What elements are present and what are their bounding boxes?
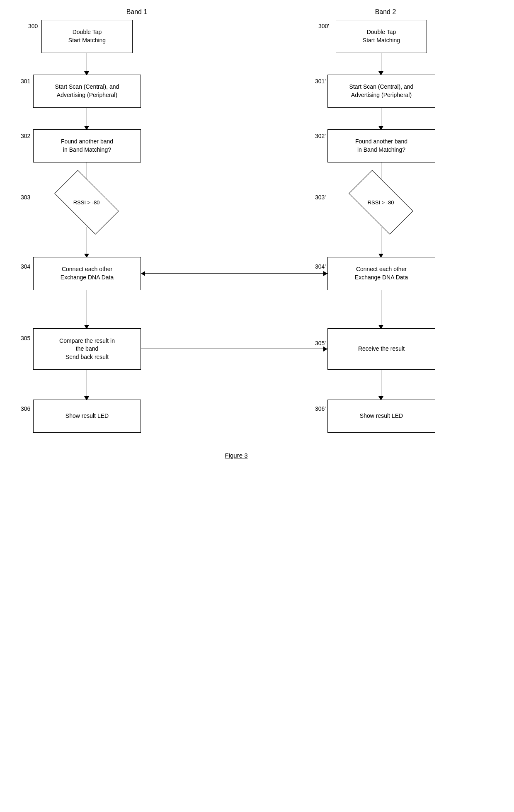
box-301: Start Scan (Central), andAdvertising (Pe…	[33, 75, 141, 108]
box-300: Double TapStart Matching	[41, 20, 133, 53]
arrow-304-304p	[145, 273, 327, 274]
label-300p: 300'	[318, 23, 329, 29]
diamond-303: RSSI > -80	[54, 170, 119, 235]
box-300p: Double TapStart Matching	[336, 20, 427, 53]
box-304-text: Connect each otherExchange DNA Data	[61, 265, 114, 281]
box-302p-text: Found another bandin Band Matching?	[355, 138, 407, 154]
arrowhead-305-305p	[323, 347, 327, 351]
arrow-305-305p	[141, 349, 327, 349]
arrow-305-306	[87, 370, 87, 399]
label-303: 303	[21, 194, 30, 201]
box-300-text: Double TapStart Matching	[68, 28, 106, 44]
label-304: 304	[21, 263, 30, 270]
arrow-301-302	[87, 108, 87, 128]
arrow-300p-301p	[381, 53, 381, 74]
arrow-301p-302p	[381, 108, 381, 128]
box-304p-text: Connect each otherExchange DNA Data	[355, 265, 408, 281]
box-305p-text: Receive the result	[358, 345, 405, 353]
arrow-304-305	[87, 290, 87, 327]
diamond-303-text: RSSI > -80	[73, 199, 100, 205]
box-305p: Receive the result	[327, 328, 435, 370]
arrow-303-304	[87, 227, 87, 256]
arrowhead-304-right	[323, 271, 327, 276]
box-301-text: Start Scan (Central), andAdvertising (Pe…	[55, 83, 119, 99]
box-302p: Found another bandin Band Matching?	[327, 129, 435, 162]
label-301: 301	[21, 78, 30, 85]
label-305p: 305'	[315, 340, 326, 347]
label-302p: 302'	[315, 133, 326, 139]
label-306p: 306'	[315, 405, 326, 412]
box-304p: Connect each otherExchange DNA Data	[327, 257, 435, 290]
label-306: 306	[21, 405, 30, 412]
arrow-305p-306p	[381, 370, 381, 399]
box-306p-text: Show result LED	[360, 412, 403, 420]
label-305: 305	[21, 335, 30, 342]
arrow-304p-305p	[381, 290, 381, 327]
diamond-303p: RSSI > -80	[349, 170, 413, 235]
label-302: 302	[21, 133, 30, 139]
diamond-303p-text: RSSI > -80	[368, 199, 394, 205]
label-301p: 301'	[315, 78, 326, 85]
diagram-container: Band 1 Band 2 300 Double TapStart Matchi…	[0, 0, 514, 812]
box-306p: Show result LED	[327, 400, 435, 433]
box-304: Connect each otherExchange DNA Data	[33, 257, 141, 290]
box-300p-text: Double TapStart Matching	[363, 28, 400, 44]
box-301p-text: Start Scan (Central), andAdvertising (Pe…	[349, 83, 414, 99]
box-306-text: Show result LED	[65, 412, 109, 420]
arrowhead-304-left	[141, 271, 145, 276]
box-302: Found another bandin Band Matching?	[33, 129, 141, 162]
label-300: 300	[28, 23, 38, 29]
label-303p: 303'	[315, 194, 326, 201]
arrow-300-301	[87, 53, 87, 74]
arrow-303p-304p	[381, 227, 381, 256]
box-301p: Start Scan (Central), andAdvertising (Pe…	[327, 75, 435, 108]
box-306: Show result LED	[33, 400, 141, 433]
band2-header: Band 2	[344, 8, 427, 16]
box-305-text: Compare the result inthe bandSend back r…	[59, 337, 115, 361]
label-304p: 304'	[315, 263, 326, 270]
box-305: Compare the result inthe bandSend back r…	[33, 328, 141, 370]
band1-header: Band 1	[95, 8, 178, 16]
box-302-text: Found another bandin Band Matching?	[61, 138, 113, 154]
figure-caption: Figure 3	[195, 452, 278, 459]
